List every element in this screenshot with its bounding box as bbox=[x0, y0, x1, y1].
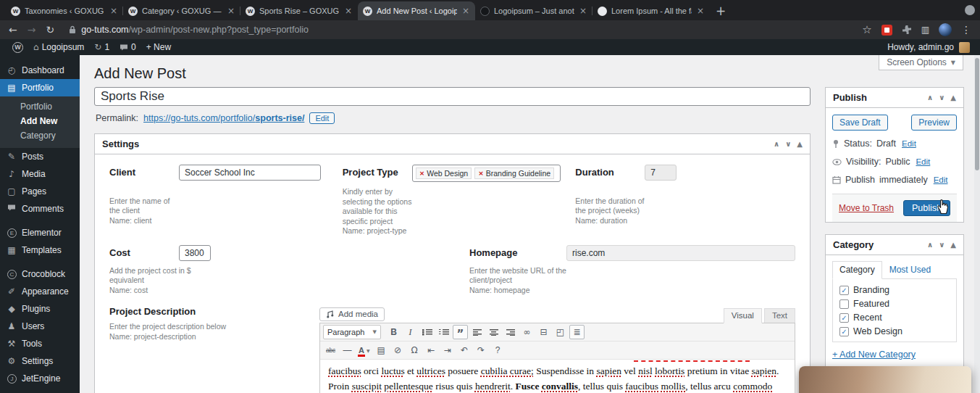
edit-permalink-button[interactable]: Edit bbox=[309, 112, 335, 124]
project-type-input[interactable]: ×Web Design ×Branding Guideline bbox=[412, 165, 561, 182]
align-right-button[interactable] bbox=[503, 325, 518, 339]
save-draft-button[interactable]: Save Draft bbox=[832, 115, 888, 131]
move-down-icon[interactable]: ∨ bbox=[939, 241, 945, 249]
align-left-button[interactable] bbox=[469, 325, 485, 339]
post-title-input[interactable] bbox=[94, 87, 811, 106]
close-icon[interactable]: × bbox=[461, 6, 470, 16]
category-metabox-header[interactable]: Category ∧ ∨ ▲ bbox=[826, 235, 963, 255]
sidebar-item-media[interactable]: ♪ Media bbox=[0, 165, 80, 183]
browser-tab[interactable]: Logoipsum – Just another Wor... × bbox=[475, 1, 592, 20]
browser-tab[interactable]: Lorem Ipsum - All the facts - L... × bbox=[592, 1, 710, 20]
move-up-icon[interactable]: ∧ bbox=[927, 94, 933, 102]
close-icon[interactable]: × bbox=[579, 6, 587, 16]
toggle-panel-icon[interactable]: ▲ bbox=[797, 140, 803, 148]
undo-button[interactable]: ↶ bbox=[457, 343, 472, 357]
sidebar-item-posts[interactable]: ✎ Posts bbox=[0, 148, 80, 165]
wp-logo-menu[interactable]: W bbox=[7, 39, 28, 55]
submenu-item-category[interactable]: Category bbox=[0, 128, 80, 143]
outdent-button[interactable]: ⇤ bbox=[424, 343, 439, 357]
address-bar[interactable]: go-tuts.com/wp-admin/post-new.php?post_t… bbox=[69, 25, 309, 35]
bold-button[interactable]: B bbox=[386, 325, 401, 339]
close-icon[interactable]: × bbox=[109, 6, 118, 16]
redo-button[interactable]: ↷ bbox=[474, 343, 489, 357]
strikethrough-button[interactable]: abc bbox=[323, 343, 338, 357]
paste-as-text-button[interactable]: ▤ bbox=[374, 343, 389, 357]
editor-content[interactable]: faucibus orci luctus et ultrices posuere… bbox=[320, 360, 795, 393]
tab-text[interactable]: Text bbox=[764, 308, 795, 323]
edit-schedule-link[interactable]: Edit bbox=[934, 175, 948, 184]
duration-input[interactable] bbox=[645, 165, 677, 181]
italic-button[interactable]: I bbox=[403, 325, 418, 339]
category-term[interactable]: ✓ Featured bbox=[839, 299, 950, 309]
browser-tab[interactable]: W Category ‹ GOXUG — WordPr... × bbox=[123, 1, 240, 20]
remove-tag-icon[interactable]: × bbox=[478, 170, 484, 177]
sidebar-item-portfolio[interactable]: ▤ Portfolio bbox=[0, 79, 80, 96]
sidebar-item-plugins[interactable]: ◆ Plugins bbox=[0, 300, 80, 318]
picture-in-picture-overlay[interactable] bbox=[799, 366, 971, 393]
publish-metabox-header[interactable]: Publish ∧ ∨ ▲ bbox=[826, 88, 963, 108]
category-term[interactable]: ✓ Recent bbox=[839, 313, 950, 323]
sidebar-item-pages[interactable]: ▢ Pages bbox=[0, 183, 80, 200]
browser-tab[interactable]: W Sports Rise – GOXUG × bbox=[240, 1, 358, 20]
bullet-list-button[interactable] bbox=[419, 325, 435, 339]
screen-options-button[interactable]: Screen Options ▼ bbox=[879, 55, 963, 70]
bookmark-star-icon[interactable]: ☆ bbox=[862, 23, 871, 36]
preview-button[interactable]: Preview bbox=[911, 115, 957, 131]
browser-tab-active[interactable]: W Add New Post ‹ Logoipsum — × bbox=[358, 1, 475, 20]
horizontal-rule-button[interactable]: — bbox=[340, 343, 355, 357]
new-tab-button[interactable]: + bbox=[716, 4, 726, 18]
sidebar-item-tools[interactable]: ⚒ Tools bbox=[0, 335, 80, 352]
comments-menu[interactable]: 0 bbox=[114, 39, 141, 55]
toolbar-toggle-button[interactable]: ≣ bbox=[569, 325, 585, 339]
add-new-category-link[interactable]: + Add New Category bbox=[832, 349, 916, 360]
reading-list-icon[interactable]: ▥ bbox=[921, 25, 929, 35]
site-name-menu[interactable]: ⌂ Logoipsum bbox=[28, 39, 89, 55]
distraction-free-button[interactable]: ◰ bbox=[553, 325, 568, 339]
add-media-button[interactable]: Add media bbox=[319, 307, 385, 321]
move-up-icon[interactable]: ∧ bbox=[927, 241, 933, 249]
numbered-list-button[interactable] bbox=[436, 325, 451, 339]
settings-metabox-header[interactable]: Settings ∧ ∨ ▲ bbox=[95, 134, 810, 154]
new-content-menu[interactable]: + New bbox=[141, 39, 176, 55]
tab-visual[interactable]: Visual bbox=[724, 308, 762, 323]
reload-button[interactable]: ↻ bbox=[46, 24, 54, 36]
sidebar-item-users[interactable]: ♟ Users bbox=[0, 318, 80, 335]
page-scrollbar[interactable] bbox=[974, 55, 980, 393]
checkbox[interactable]: ✓ bbox=[839, 299, 849, 309]
sidebar-item-dashboard[interactable]: ◴ Dashboard bbox=[0, 62, 80, 79]
sidebar-item-templates[interactable]: ▦ Templates bbox=[0, 241, 80, 259]
permalink-link[interactable]: https://go-tuts.com/portfolio/sports-ris… bbox=[143, 113, 304, 123]
forward-button[interactable]: → bbox=[28, 24, 36, 36]
paragraph-format-select[interactable]: Paragraph ▼ bbox=[323, 325, 381, 339]
browser-menu-icon[interactable]: ⋮ bbox=[961, 24, 971, 36]
client-input[interactable] bbox=[179, 165, 321, 181]
close-icon[interactable]: × bbox=[696, 6, 705, 16]
sidebar-item-crocoblock[interactable]: C Crocoblock bbox=[0, 265, 80, 283]
cost-input[interactable] bbox=[179, 245, 211, 261]
scrollbar-thumb[interactable] bbox=[975, 58, 979, 170]
sidebar-item-comments[interactable]: Comments bbox=[0, 200, 80, 218]
help-button[interactable]: ? bbox=[490, 343, 506, 357]
link-button[interactable]: ∞ bbox=[519, 325, 535, 339]
read-more-button[interactable]: ⊟ bbox=[536, 325, 551, 339]
category-term[interactable]: ✓ Web Design bbox=[839, 326, 950, 336]
submenu-item-add-new[interactable]: Add New bbox=[0, 114, 80, 128]
browser-profile-circle-icon[interactable] bbox=[965, 5, 975, 15]
homepage-input[interactable] bbox=[566, 245, 795, 261]
sidebar-item-settings[interactable]: ⚙ Settings bbox=[0, 352, 80, 370]
indent-button[interactable]: ⇥ bbox=[440, 343, 456, 357]
checkbox[interactable]: ✓ bbox=[839, 313, 849, 323]
edit-status-link[interactable]: Edit bbox=[902, 139, 916, 148]
browser-tab[interactable]: W Taxonomies ‹ GOXUG — Word... × bbox=[6, 1, 123, 20]
checkbox[interactable]: ✓ bbox=[839, 286, 849, 295]
close-icon[interactable]: × bbox=[227, 6, 235, 16]
move-down-icon[interactable]: ∨ bbox=[785, 140, 791, 148]
sidebar-item-appearance[interactable]: ✐ Appearance bbox=[0, 283, 80, 300]
toggle-panel-icon[interactable]: ▲ bbox=[950, 94, 956, 102]
remove-tag-icon[interactable]: × bbox=[419, 170, 425, 177]
publish-button[interactable]: Publish bbox=[903, 200, 950, 216]
blockquote-button[interactable]: ” bbox=[453, 325, 468, 339]
browser-profile-avatar[interactable] bbox=[939, 23, 952, 36]
special-character-button[interactable]: Ω bbox=[407, 343, 422, 357]
clear-formatting-button[interactable]: ⊘ bbox=[390, 343, 406, 357]
